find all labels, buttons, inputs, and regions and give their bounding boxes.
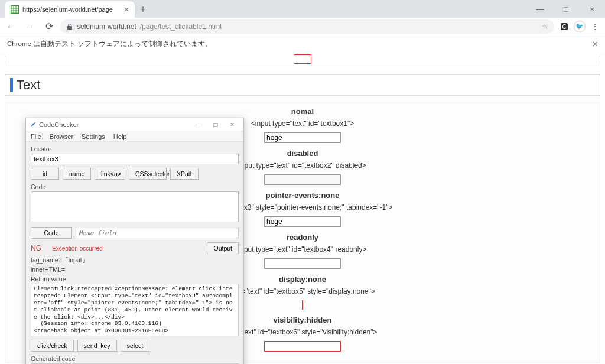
svg-rect-5 bbox=[14, 9, 16, 11]
window-maximize-button[interactable]: □ bbox=[553, 0, 579, 18]
tab-close-icon[interactable]: × bbox=[124, 5, 129, 14]
cc-menu-settings[interactable]: Settings bbox=[82, 133, 105, 140]
cc-btn-select[interactable]: select bbox=[121, 340, 149, 352]
tab-favicon bbox=[11, 5, 19, 14]
cc-btn-code[interactable]: Code bbox=[31, 227, 72, 239]
back-button[interactable]: ← bbox=[4, 19, 19, 34]
cc-btn-output[interactable]: Output bbox=[207, 242, 239, 254]
textbox4[interactable] bbox=[264, 258, 341, 269]
svg-rect-1 bbox=[12, 6, 14, 8]
svg-rect-4 bbox=[12, 9, 14, 11]
cc-btn-sendkey[interactable]: send_key bbox=[77, 340, 117, 352]
cc-title-text: CodeChecker bbox=[39, 121, 79, 128]
cc-titlebar[interactable]: CodeChecker — □ × bbox=[26, 118, 243, 131]
window-minimize-button[interactable]: — bbox=[527, 0, 553, 18]
browser-tab[interactable]: https://selenium-world.net/page × bbox=[5, 1, 135, 18]
cc-code-label: Code bbox=[31, 183, 239, 190]
cc-code-textarea[interactable] bbox=[31, 191, 239, 222]
automation-infobar: Chrome は自動テスト ソフトウェアによって制御されています。 × bbox=[0, 35, 605, 53]
cc-retval-label: Return value bbox=[31, 275, 239, 282]
forward-button[interactable]: → bbox=[22, 19, 38, 34]
top-section-box bbox=[5, 56, 600, 66]
cc-memo-input[interactable] bbox=[76, 228, 239, 238]
row-title-normal: nomal bbox=[5, 103, 600, 117]
cc-menu-help[interactable]: Help bbox=[113, 133, 127, 140]
red-cursor bbox=[302, 300, 303, 310]
profile-avatar[interactable]: 🐦 bbox=[573, 20, 586, 33]
svg-rect-3 bbox=[17, 6, 18, 8]
cc-btn-xpath[interactable]: XPath bbox=[170, 168, 199, 180]
infobar-text: Chrome は自動テスト ソフトウェアによって制御されています。 bbox=[7, 40, 212, 48]
cc-body: Locator id name link<a> CSSselector XPat… bbox=[26, 142, 243, 364]
kebab-menu-icon[interactable]: ⋮ bbox=[588, 20, 601, 33]
infobar-close-icon[interactable]: × bbox=[593, 39, 598, 50]
cc-status-ng: NG bbox=[31, 244, 41, 252]
cc-minimize-button[interactable]: — bbox=[191, 119, 207, 130]
cc-btn-id[interactable]: id bbox=[31, 168, 59, 180]
visibility-redbox bbox=[264, 341, 341, 352]
svg-rect-8 bbox=[14, 11, 16, 13]
cc-btn-click[interactable]: click/check bbox=[31, 340, 74, 352]
cc-exception-text: Exception occurred bbox=[52, 245, 103, 252]
browser-tabstrip: https://selenium-world.net/page × + — □ … bbox=[0, 0, 605, 18]
codechecker-window[interactable]: CodeChecker — □ × File Browser Settings … bbox=[25, 118, 244, 364]
window-close-button[interactable]: × bbox=[579, 0, 605, 18]
svg-rect-9 bbox=[17, 11, 18, 13]
red-outline-box bbox=[294, 54, 311, 64]
cc-btn-name[interactable]: name bbox=[63, 168, 91, 180]
cc-close-button[interactable]: × bbox=[225, 119, 240, 130]
reload-button[interactable]: ⟳ bbox=[41, 19, 57, 34]
cc-btn-link[interactable]: link<a> bbox=[95, 168, 125, 180]
lock-icon bbox=[66, 23, 73, 30]
section-accent-bar bbox=[10, 78, 13, 92]
cc-menu-file[interactable]: File bbox=[31, 133, 41, 140]
section-header-text: Text bbox=[5, 74, 600, 96]
svg-rect-7 bbox=[12, 11, 14, 13]
cc-locator-label: Locator bbox=[31, 145, 239, 152]
textbox3 bbox=[264, 216, 341, 227]
feather-icon bbox=[30, 121, 37, 128]
address-path: /page/test_clickable1.html bbox=[140, 22, 222, 31]
svg-text:C: C bbox=[562, 24, 566, 30]
cc-tagname-text: tag_name=「input」 bbox=[31, 256, 239, 265]
textbox2 bbox=[264, 174, 341, 185]
browser-toolbar: ← → ⟳ selenium-world.net/page/test_click… bbox=[0, 18, 605, 35]
new-tab-button[interactable]: + bbox=[135, 1, 151, 18]
section-title: Text bbox=[17, 77, 40, 93]
extension-icon[interactable]: C bbox=[558, 20, 571, 33]
address-bar[interactable]: selenium-world.net/page/test_clickable1.… bbox=[60, 20, 554, 34]
cc-traceback-box[interactable]: ElementClickInterceptedExceptionMessage:… bbox=[31, 284, 239, 336]
svg-rect-2 bbox=[14, 6, 16, 8]
cc-gencode-label: Generated code bbox=[31, 355, 239, 362]
cc-menu-browser[interactable]: Browser bbox=[50, 133, 73, 140]
textbox1[interactable] bbox=[264, 132, 341, 143]
cc-btn-css[interactable]: CSSselector bbox=[129, 168, 167, 180]
cc-locator-input[interactable] bbox=[31, 154, 239, 164]
cc-menubar: File Browser Settings Help bbox=[26, 131, 243, 142]
address-host: selenium-world.net bbox=[77, 22, 136, 31]
cc-innerhtml-text: innerHTML= bbox=[31, 266, 239, 273]
star-icon[interactable]: ☆ bbox=[542, 22, 548, 31]
svg-rect-6 bbox=[17, 9, 18, 11]
tab-title: https://selenium-world.net/page bbox=[22, 6, 121, 13]
cc-maximize-button[interactable]: □ bbox=[208, 119, 223, 130]
window-controls: — □ × bbox=[527, 0, 605, 18]
